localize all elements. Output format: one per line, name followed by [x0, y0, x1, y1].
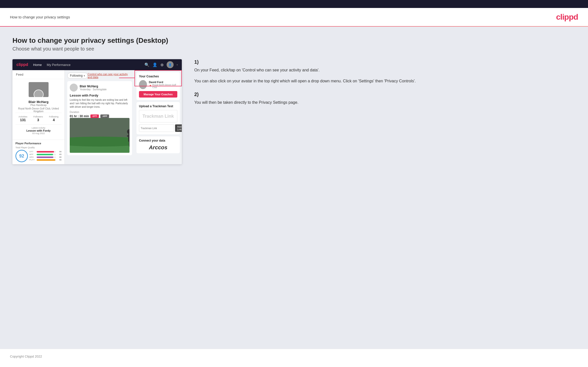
- trackman-card: Upload a Trackman Test Trackman Link Add…: [136, 102, 180, 134]
- bar-putt: PUTT 96: [29, 159, 62, 161]
- coach-name: David Ford: [149, 81, 177, 84]
- search-icon[interactable]: 🔍: [144, 62, 149, 67]
- instruction-step2: 2) You will then be taken directly to th…: [194, 92, 576, 106]
- post-meta: Yesterday · Sunningdale: [80, 88, 107, 91]
- app-center-panel: Following ▾ Control who can see your act…: [65, 70, 134, 164]
- bar-arg: ARG 86: [29, 156, 62, 158]
- post-title: Lesson with Fordy: [70, 94, 130, 97]
- post-header: Blair McHarg Yesterday · Sunningdale: [70, 84, 130, 92]
- app-nav-home[interactable]: Home: [33, 63, 42, 67]
- app-nav-performance[interactable]: My Performance: [47, 63, 70, 67]
- main-content: How to change your privacy settings (Des…: [0, 27, 588, 349]
- trackman-link-display: Trackman Link: [139, 110, 177, 122]
- app-navbar: clippd Home My Performance 🔍 👤 ⊕ 👤 ▾: [12, 59, 182, 70]
- avatar[interactable]: 👤: [167, 61, 174, 68]
- post-author-avatar: [70, 84, 78, 92]
- coaches-title: Your Coaches: [139, 75, 177, 78]
- connect-card: Connect your data Arccos: [136, 136, 180, 153]
- post-author-name: Blair McHarg: [80, 85, 107, 88]
- profile-stats: Activities 131 Followers 3 Following 4: [15, 113, 62, 125]
- tag-ott: OTT: [90, 114, 99, 118]
- page-subtitle: Choose what you want people to see: [12, 46, 576, 52]
- add-icon[interactable]: ⊕: [160, 62, 164, 67]
- app-profile-card: Blair McHarg Plus Handicap Royal North D…: [12, 79, 65, 140]
- app-right-panel: Your Coaches David Ford 📍 Royal North De…: [134, 70, 182, 164]
- chevron-down-icon[interactable]: ▾: [177, 63, 178, 66]
- profile-banner: [29, 82, 49, 97]
- latest-activity-section: Latest Activity Lesson with Fordy 03 Aug…: [15, 125, 62, 137]
- app-left-panel: Feed Blair McHarg Plus Handicap Royal No…: [12, 70, 65, 164]
- player-performance-section: Player Performance Total Player Quality …: [12, 140, 65, 164]
- trackman-title: Upload a Trackman Test: [139, 105, 177, 108]
- coach-avatar: [139, 80, 147, 89]
- quality-score: 92: [15, 150, 28, 162]
- post-image: [70, 118, 130, 153]
- profile-avatar: [34, 90, 44, 97]
- header: How to change your privacy settings clip…: [0, 8, 588, 26]
- post-description: Looking to feel like my hands are exitin…: [70, 98, 130, 109]
- footer-text: Copyright Clippd 2022: [10, 355, 42, 358]
- app-nav-icons: 🔍 👤 ⊕ 👤 ▾: [144, 61, 178, 68]
- profile-name: Blair McHarg: [15, 100, 62, 104]
- perf-bars: OTT 90 APP 85 ARG: [29, 151, 62, 161]
- coach-club: 📍 Royal North Devon Golf Club: [149, 84, 177, 89]
- footer: Copyright Clippd 2022: [0, 349, 588, 364]
- svg-rect-5: [127, 135, 130, 137]
- stat-followers: Followers 3: [33, 115, 43, 122]
- post-card: Blair McHarg Yesterday · Sunningdale Les…: [67, 81, 132, 155]
- instruction-step1: 1) On your Feed, click/tap on 'Control w…: [194, 59, 576, 84]
- manage-coaches-button[interactable]: Manage Your Coaches: [139, 91, 177, 98]
- app-logo: clippd: [16, 62, 28, 67]
- top-bar: [0, 0, 588, 8]
- step2-text: You will then be taken directly to the P…: [194, 99, 576, 106]
- bar-ott: OTT 90: [29, 151, 62, 153]
- post-duration-value: 01 hr : 30 min OTT APP: [70, 114, 130, 118]
- trackman-input[interactable]: [139, 124, 174, 132]
- chevron-down-icon: ▾: [84, 74, 85, 77]
- post-author-info: Blair McHarg Yesterday · Sunningdale: [80, 85, 107, 91]
- step1-note: You can also click on your avatar in the…: [194, 78, 576, 84]
- stat-following: Following 4: [49, 115, 59, 122]
- app-screenshot: clippd Home My Performance 🔍 👤 ⊕ 👤 ▾ F: [12, 59, 182, 164]
- logo: clippd: [556, 12, 578, 22]
- following-row: Following ▾ Control who can see your act…: [67, 73, 132, 79]
- coach-info: David Ford 📍 Royal North Devon Golf Club: [149, 81, 177, 89]
- location-icon: 📍: [149, 85, 152, 87]
- svg-rect-4: [128, 134, 130, 142]
- svg-rect-6: [129, 142, 130, 147]
- add-link-button[interactable]: Add Link: [175, 124, 182, 132]
- following-button[interactable]: Following ▾: [67, 73, 88, 79]
- profile-badge: Plus Handicap: [15, 104, 62, 106]
- post-duration-label: Duration: [70, 111, 130, 113]
- header-title: How to change your privacy settings: [10, 15, 70, 19]
- step1-text: On your Feed, click/tap on 'Control who …: [194, 67, 576, 73]
- connect-title: Connect your data: [139, 139, 177, 142]
- demo-layout: clippd Home My Performance 🔍 👤 ⊕ 👤 ▾ F: [12, 59, 576, 164]
- trackman-input-row: Add Link: [139, 124, 177, 132]
- coach-item: David Ford 📍 Royal North Devon Golf Club: [139, 80, 177, 89]
- app-feed-tab[interactable]: Feed: [12, 70, 65, 79]
- post-image-svg: [70, 118, 130, 153]
- app-body: Feed Blair McHarg Plus Handicap Royal No…: [12, 70, 182, 164]
- tag-app: APP: [100, 114, 109, 118]
- perf-row: 92 OTT 90 APP: [15, 150, 62, 162]
- svg-point-2: [70, 137, 130, 147]
- instructions-panel: 1) On your Feed, click/tap on 'Control w…: [189, 59, 576, 113]
- control-privacy-link[interactable]: Control who can see your activity and da…: [88, 73, 132, 79]
- step1-number: 1): [194, 59, 576, 65]
- page-title: How to change your privacy settings (Des…: [12, 37, 576, 45]
- step2-number: 2): [194, 92, 576, 97]
- stat-activities: Activities 131: [18, 115, 27, 122]
- profile-club: Royal North Devon Golf Club, United King…: [15, 107, 62, 113]
- arccos-logo: Arccos: [139, 144, 177, 151]
- coaches-card: Your Coaches David Ford 📍 Royal North De…: [136, 72, 180, 100]
- bar-app: APP 85: [29, 153, 62, 156]
- person-icon[interactable]: 👤: [152, 62, 157, 67]
- avatar-icon: 👤: [168, 63, 172, 66]
